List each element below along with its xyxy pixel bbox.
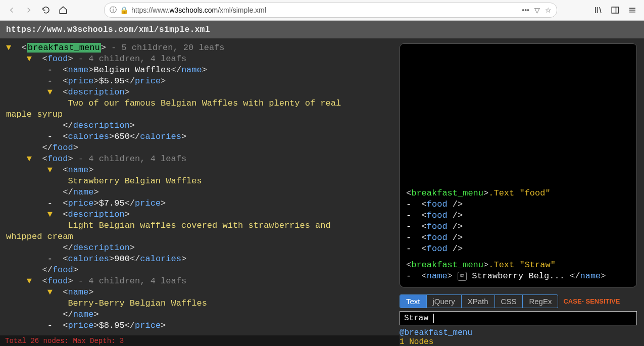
- tab-jquery[interactable]: jQuery: [427, 295, 462, 308]
- browser-toolbar: ⓘ 🔒 https://www.w3schools.com/xml/simple…: [0, 0, 644, 21]
- more-icon[interactable]: •••: [522, 6, 529, 14]
- inspector-pane: <breakfast_menu>.Text "food" - <food /> …: [400, 38, 644, 346]
- query-type-tabs: Text jQuery XPath CSS RegEx: [400, 294, 558, 308]
- toggle-icon[interactable]: ▼: [47, 87, 53, 97]
- query-input[interactable]: Straw: [400, 311, 637, 325]
- toggle-icon[interactable]: ▼: [6, 43, 11, 53]
- info-icon: ⓘ: [110, 6, 117, 15]
- tab-xpath[interactable]: XPath: [462, 295, 495, 308]
- case-sensitive-toggle[interactable]: CASE- SENSITIVE: [563, 298, 620, 305]
- toggle-icon[interactable]: ▼: [27, 276, 32, 286]
- forward-icon[interactable]: [22, 4, 35, 17]
- tab-text[interactable]: Text: [400, 295, 427, 308]
- tab-regex[interactable]: RegEx: [523, 295, 558, 308]
- toggle-icon[interactable]: ▼: [27, 54, 32, 64]
- toggle-icon[interactable]: ▼: [47, 210, 53, 219]
- menu-icon[interactable]: [626, 4, 639, 17]
- back-icon[interactable]: [5, 4, 18, 17]
- toggle-icon[interactable]: ▼: [27, 154, 32, 164]
- url-prefix: https://www.: [131, 6, 169, 14]
- url-bar[interactable]: ⓘ 🔒 https://www.w3schools.com/xml/simple…: [104, 3, 557, 18]
- url-path: /xml/simple.xml: [218, 6, 266, 14]
- xml-tree: ▼ <breakfast_menu> - 5 children, 20 leaf…: [0, 38, 400, 346]
- tab-css[interactable]: CSS: [495, 295, 523, 308]
- sidebar-icon[interactable]: [609, 4, 622, 17]
- toggle-icon[interactable]: ▼: [47, 165, 53, 175]
- library-icon[interactable]: [591, 4, 605, 17]
- page-title: https://www.w3schools.com/xml/simple.xml: [0, 21, 644, 38]
- toggle-icon[interactable]: ▼: [47, 287, 53, 297]
- pocket-icon[interactable]: ▽: [534, 6, 540, 14]
- result-summary: @breakfast_menu 1 Nodes: [400, 328, 637, 346]
- url-domain: w3schools.com: [169, 6, 218, 14]
- reload-icon[interactable]: [39, 4, 53, 17]
- status-bar: Total 26 nodes: Max Depth: 3: [0, 335, 400, 346]
- lock-icon: 🔒: [120, 6, 128, 14]
- home-icon[interactable]: [57, 4, 70, 17]
- svg-rect-0: [612, 7, 619, 13]
- node-icon: ⧉: [458, 272, 467, 281]
- star-icon[interactable]: ☆: [545, 6, 552, 14]
